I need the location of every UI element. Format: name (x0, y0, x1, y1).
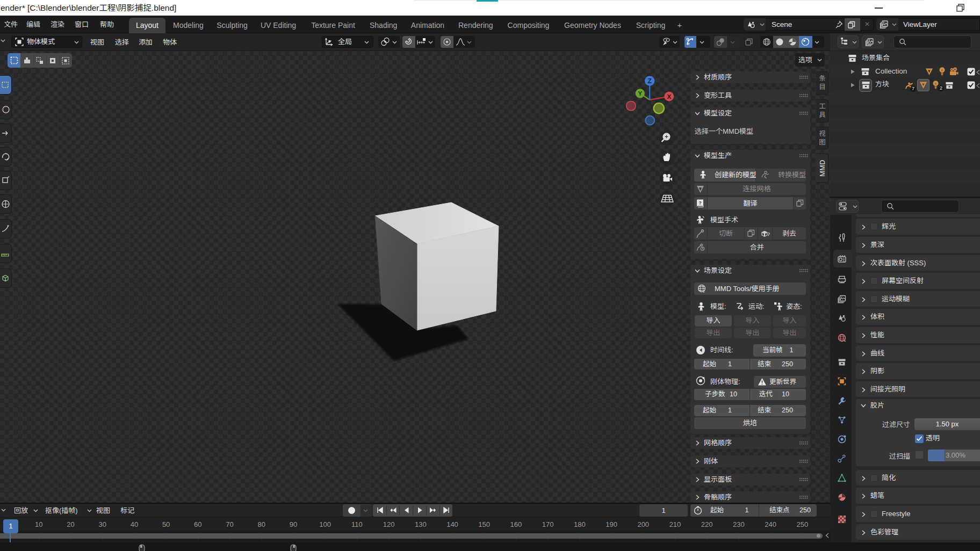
svg-text:X: X (667, 93, 671, 100)
svg-text:Z: Z (648, 77, 652, 85)
svg-text:Y: Y (638, 90, 642, 97)
svg-text:?: ? (698, 200, 702, 206)
